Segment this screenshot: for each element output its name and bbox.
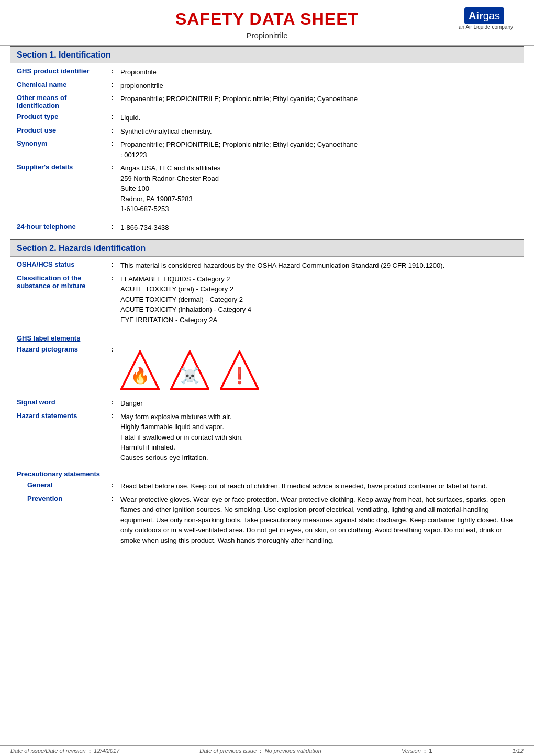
label-supplier-details: Supplier's details xyxy=(17,163,111,171)
ghs-label-elements-heading: GHS label elements xyxy=(10,333,524,344)
main-title: SAFETY DATA SHEET xyxy=(21,9,513,29)
footer-previous-value: No previous validation xyxy=(265,748,321,754)
logo-area: Airgas an Air Liquide company xyxy=(455,7,513,36)
exclamation-pictogram: ❗ xyxy=(220,350,259,390)
field-product-type: Product type : Liquid. xyxy=(10,111,524,125)
field-signal-word: Signal word : Danger xyxy=(10,397,524,410)
footer-version-label: Version xyxy=(402,748,421,754)
section-2-header: Section 2. Hazards identification xyxy=(10,239,524,257)
footer-previous-date: Date of previous issue : No previous val… xyxy=(199,748,321,754)
footer-page-value: 1/12 xyxy=(513,748,524,754)
value-other-means: Propanenitrile; PROPIONITRILE; Propionic… xyxy=(120,94,517,104)
label-precautionary-statements: Precautionary statements xyxy=(17,470,111,478)
footer-issue-label: Date of issue/Date of revision xyxy=(10,748,86,754)
field-supplier-details: Supplier's details : Airgas USA, LLC and… xyxy=(10,161,524,216)
footer-version-colon: : xyxy=(424,748,426,754)
field-synonym: Synonym : Propanenitrile; PROPIONITRILE;… xyxy=(10,138,524,161)
value-hazard-pictograms: 🔥 ☠️ ❗ xyxy=(120,345,517,395)
label-signal-word: Signal word xyxy=(17,398,111,406)
field-classification: Classification of thesubstance or mixtur… xyxy=(10,272,524,327)
field-hazard-statements: Hazard statements : May form explosive m… xyxy=(10,410,524,465)
footer-version: Version : 1 xyxy=(402,748,432,754)
field-osha-hcs-status: OSHA/HCS status : This material is consi… xyxy=(10,259,524,272)
label-other-means: Other means ofidentification xyxy=(17,94,111,109)
label-hazard-statements: Hazard statements xyxy=(17,412,111,420)
field-product-use: Product use : Synthetic/Analytical chemi… xyxy=(10,125,524,138)
field-ghs-product-identifier: GHS product identifier : Propionitrile xyxy=(10,65,524,79)
label-product-use: Product use xyxy=(17,126,111,134)
section-2: Section 2. Hazards identification OSHA/H… xyxy=(10,239,524,547)
field-precautionary-statements: Precautionary statements xyxy=(10,468,524,479)
label-prevention: Prevention xyxy=(17,495,111,502)
label-ghs-product-identifier: GHS product identifier xyxy=(17,67,111,75)
footer-previous-label: Date of previous issue xyxy=(199,748,257,754)
footer-issue-value: : xyxy=(89,748,91,754)
field-hazard-pictograms: Hazard pictograms : 🔥 ☠️ ❗ xyxy=(10,344,524,397)
footer-version-value: 1 xyxy=(429,748,432,754)
svg-text:🔥: 🔥 xyxy=(130,366,150,385)
label-24hr-telephone: 24-hour telephone xyxy=(17,223,111,231)
footer-issue-date-value: 12/4/2017 xyxy=(94,748,119,754)
value-hazard-statements: May form explosive mixtures with air. Hi… xyxy=(120,412,517,463)
logo-tagline: an Air Liquide company xyxy=(455,24,513,30)
label-hazard-pictograms: Hazard pictograms xyxy=(17,345,111,353)
value-product-use: Synthetic/Analytical chemistry. xyxy=(120,126,517,137)
footer-previous-colon: : xyxy=(260,748,262,754)
label-ghs-label-elements: GHS label elements xyxy=(17,334,111,342)
value-classification: FLAMMABLE LIQUIDS - Category 2 ACUTE TOX… xyxy=(120,274,517,325)
logo-box: Airgas xyxy=(464,7,504,24)
section-1-heading: Section 1. Identification xyxy=(17,50,111,59)
value-prevention: Wear protective gloves. Wear eye or face… xyxy=(120,495,517,546)
section-1: Section 1. Identification GHS product id… xyxy=(10,46,524,234)
subtitle: Propionitrile xyxy=(21,31,513,40)
value-supplier-details: Airgas USA, LLC and its affiliates259 No… xyxy=(120,163,517,214)
label-classification: Classification of thesubstance or mixtur… xyxy=(17,274,111,290)
value-general: Read label before use. Keep out of reach… xyxy=(120,481,517,491)
svg-text:❗: ❗ xyxy=(230,366,250,385)
flame-pictogram: 🔥 xyxy=(120,350,160,390)
logo-name: Airgas xyxy=(469,10,500,21)
value-product-type: Liquid. xyxy=(120,113,517,123)
label-synonym: Synonym xyxy=(17,139,111,147)
footer-issue-date: Date of issue/Date of revision : 12/4/20… xyxy=(10,748,119,754)
section-2-heading: Section 2. Hazards identification xyxy=(17,244,146,253)
pictograms-container: 🔥 ☠️ ❗ xyxy=(120,345,517,395)
field-prevention: Prevention : Wear protective gloves. Wea… xyxy=(10,493,524,547)
skull-pictogram: ☠️ xyxy=(170,350,209,390)
value-24hr-telephone: 1-866-734-3438 xyxy=(120,223,517,233)
value-ghs-product-identifier: Propionitrile xyxy=(120,67,517,78)
field-24hr-telephone: 24-hour telephone : 1-866-734-3438 xyxy=(10,221,524,235)
field-chemical-name: Chemical name : propiononitrile xyxy=(10,79,524,93)
label-product-type: Product type xyxy=(17,113,111,120)
value-signal-word: Danger xyxy=(120,398,517,409)
footer-page: 1/12 xyxy=(513,748,524,754)
value-osha-hcs-status: This material is considered hazardous by… xyxy=(120,260,517,271)
label-general: General xyxy=(17,481,111,489)
value-chemical-name: propiononitrile xyxy=(120,81,517,91)
field-other-means: Other means ofidentification : Propaneni… xyxy=(10,92,524,111)
label-chemical-name: Chemical name xyxy=(17,81,111,89)
page-header: SAFETY DATA SHEET Propionitrile Airgas a… xyxy=(0,0,534,46)
page-footer: Date of issue/Date of revision : 12/4/20… xyxy=(0,745,534,756)
label-osha-hcs-status: OSHA/HCS status xyxy=(17,260,111,268)
field-general: General : Read label before use. Keep ou… xyxy=(10,479,524,493)
value-synonym: Propanenitrile; PROPIONITRILE; Propionic… xyxy=(120,139,517,160)
section-1-header: Section 1. Identification xyxy=(10,46,524,63)
svg-text:☠️: ☠️ xyxy=(180,366,200,385)
